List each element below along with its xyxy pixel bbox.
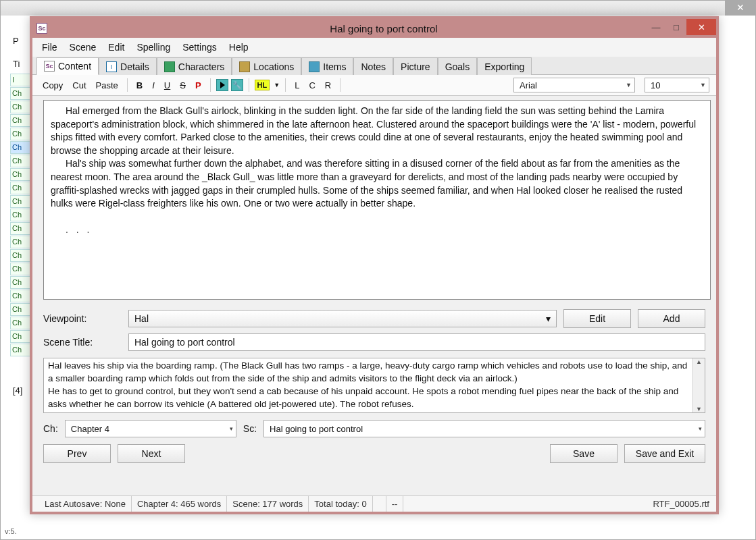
prev-button[interactable]: Prev [43, 444, 111, 463]
viewpoint-add-button[interactable]: Add [638, 309, 705, 328]
chapter-combo[interactable]: Chapter 4 ▾ [65, 420, 236, 437]
tab-goals[interactable]: Goals [438, 57, 478, 75]
tabbar: Sc Content I Details Characters Location… [32, 57, 716, 75]
locations-icon [239, 61, 250, 72]
strike-button[interactable]: S [176, 79, 189, 92]
separator [340, 78, 341, 92]
tab-label: Items [323, 61, 346, 72]
content-icon: Sc [44, 61, 55, 72]
tab-locations[interactable]: Locations [232, 57, 301, 75]
cut-button[interactable]: Cut [69, 79, 89, 92]
bg-label-ti: Ti [13, 59, 20, 69]
italic-button[interactable]: I [149, 79, 158, 92]
tab-content[interactable]: Sc Content [36, 57, 99, 75]
menubar: File Scene Edit Spelling Settings Help [32, 38, 716, 57]
menu-settings[interactable]: Settings [182, 42, 217, 53]
scene-title-label: Scene Title: [43, 337, 122, 348]
menu-scene[interactable]: Scene [70, 42, 97, 53]
scene-value: Hal going to port control [270, 424, 363, 434]
items-icon [309, 61, 320, 72]
tab-label: Content [58, 61, 91, 72]
content-editor[interactable]: Hal emerged from the Black Gull's airloc… [43, 100, 711, 300]
viewpoint-value: Hal [134, 313, 149, 324]
background-titlebar [1, 1, 755, 16]
maximize-button[interactable]: □ [666, 19, 686, 35]
copy-button[interactable]: Copy [39, 79, 66, 92]
notes-line: He has to get to ground control, but the… [48, 385, 688, 411]
status-chapter-words: Chapter 4: 465 words [132, 496, 227, 512]
editor-paragraph: Hal emerged from the Black Gull's airloc… [51, 105, 703, 157]
chevron-down-icon: ▼ [626, 82, 632, 88]
scene-title-input[interactable]: Hal going to port control [128, 333, 705, 351]
format-toolbar: Copy Cut Paste B I U S P 🔧 HL▼ L C R Ari… [32, 75, 716, 96]
scroll-down-icon[interactable]: ▼ [696, 406, 702, 412]
scene-label: Sc: [243, 423, 257, 434]
viewpoint-edit-button[interactable]: Edit [563, 309, 631, 328]
scroll-up-icon[interactable]: ▲ [696, 358, 702, 365]
font-combo[interactable]: Arial ▼ [513, 78, 635, 92]
minimize-button[interactable]: — [646, 19, 666, 35]
viewpoint-label: Viewpoint: [43, 313, 122, 324]
menu-edit[interactable]: Edit [108, 42, 124, 53]
separator [285, 78, 286, 92]
chevron-down-icon: ▾ [546, 313, 551, 324]
menu-file[interactable]: File [42, 42, 57, 53]
scene-window: Sc Hal going to port control — □ ✕ File … [30, 16, 719, 514]
status-scene-words: Scene: 177 words [227, 496, 309, 512]
highlight-button[interactable]: HL [255, 80, 270, 90]
details-icon: I [106, 61, 117, 72]
tab-picture[interactable]: Picture [393, 57, 438, 75]
menu-spelling[interactable]: Spelling [136, 42, 170, 53]
tab-items[interactable]: Items [301, 57, 353, 75]
chapter-value: Chapter 4 [71, 424, 109, 434]
scene-combo[interactable]: Hal going to port control ▾ [263, 420, 705, 437]
viewpoint-select[interactable]: Hal ▾ [128, 310, 557, 327]
app-icon: Sc [36, 23, 47, 34]
notes-area[interactable]: Hal leaves his ship via the boarding ram… [43, 358, 705, 413]
paste-button[interactable]: Paste [93, 79, 122, 92]
font-size-combo[interactable]: 10 ▼ [645, 78, 709, 92]
tab-exporting[interactable]: Exporting [477, 57, 532, 75]
save-button[interactable]: Save [550, 444, 618, 463]
play-icon[interactable] [216, 79, 228, 91]
notes-scrollbar[interactable]: ▲ ▼ [692, 358, 705, 412]
tab-details[interactable]: I Details [99, 57, 157, 75]
chapter-label: Ch: [43, 423, 58, 434]
close-button[interactable]: ✕ [686, 19, 716, 35]
align-left-button[interactable]: L [291, 79, 303, 92]
chevron-down-icon: ▼ [700, 82, 706, 88]
highlight-dropdown-icon[interactable]: ▼ [272, 82, 280, 88]
align-center-button[interactable]: C [305, 79, 318, 92]
tab-label: Characters [178, 61, 224, 72]
tab-label: Picture [401, 61, 430, 72]
p-button[interactable]: P [192, 79, 205, 92]
bg-four: [4] [13, 385, 22, 396]
align-right-button[interactable]: R [322, 79, 334, 92]
titlebar[interactable]: Sc Hal going to port control — □ ✕ [32, 19, 716, 38]
window-title: Hal going to port control [51, 23, 716, 34]
tab-label: Goals [445, 61, 470, 72]
tab-notes[interactable]: Notes [353, 57, 393, 75]
wrench-icon[interactable]: 🔧 [231, 79, 243, 91]
bg-label-p: P [13, 36, 19, 46]
background-close-button[interactable]: ✕ [725, 1, 755, 16]
menu-help[interactable]: Help [229, 42, 249, 53]
separator [127, 78, 128, 92]
editor-ellipsis: . . . [51, 223, 703, 237]
separator [210, 78, 211, 92]
underline-button[interactable]: U [161, 79, 174, 92]
background-version: v:5. [5, 527, 17, 535]
tab-label: Details [120, 61, 149, 72]
tab-label: Exporting [484, 61, 524, 72]
notes-line: Hal leaves his ship via the boarding ram… [48, 360, 688, 385]
chevron-down-icon: ▾ [230, 425, 233, 432]
save-and-exit-button[interactable]: Save and Exit [624, 444, 705, 463]
status-filename: RTF_00005.rtf [653, 499, 709, 509]
tab-characters[interactable]: Characters [157, 57, 232, 75]
characters-icon [164, 61, 175, 72]
status-autosave: Last Autosave: None [39, 496, 132, 512]
next-button[interactable]: Next [118, 444, 185, 463]
font-value: Arial [520, 80, 537, 90]
bold-button[interactable]: B [133, 79, 146, 92]
editor-paragraph: Hal's ship was somewhat further down the… [51, 157, 703, 210]
